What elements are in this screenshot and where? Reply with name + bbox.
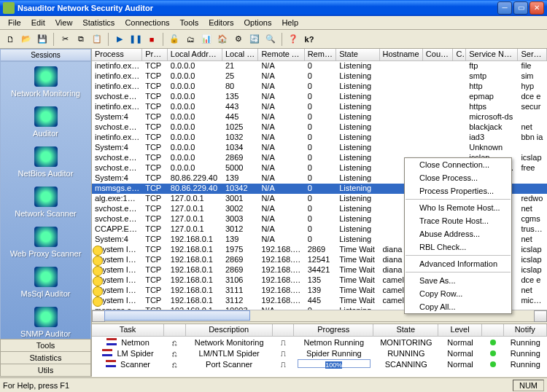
sidebar-item-web-proxy-scanner[interactable]: Web Proxy Scanner: [1, 222, 90, 262]
context-save-as[interactable]: Save As...: [405, 274, 511, 287]
context-abuse-address[interactable]: Abuse Address...: [405, 227, 511, 240]
paste-icon[interactable]: 📋: [90, 32, 104, 47]
open-icon[interactable]: 📂: [19, 32, 34, 47]
cell: svchost.exe:624: [92, 204, 142, 214]
column-header[interactable]: Remote Addr..: [258, 49, 304, 60]
table-row[interactable]: System:4TCP0.0.0.0445N/A0Listeningmicros…: [92, 112, 547, 122]
sidebar-tab-utils[interactable]: Utils: [0, 364, 91, 377]
context-rbl-check[interactable]: RBL Check...: [405, 240, 511, 254]
status-dot-icon: [490, 350, 496, 356]
tool5-icon[interactable]: ⚙: [231, 32, 246, 47]
menu-connections[interactable]: Connections: [120, 17, 174, 28]
menu-help[interactable]: Help: [276, 17, 303, 28]
task-column[interactable]: [273, 324, 295, 336]
cell: bbn ia: [518, 133, 547, 143]
menu-tools[interactable]: Tools: [175, 17, 204, 28]
task-column[interactable]: State: [373, 324, 438, 336]
column-header[interactable]: Local Address: [168, 49, 222, 60]
menu-view[interactable]: View: [50, 17, 78, 28]
column-header[interactable]: Remote...: [305, 49, 337, 60]
task-row[interactable]: Netmon⎌Network Monitoring⎍Netmon Running…: [92, 337, 547, 348]
sidebar-item-auditor[interactable]: Auditor: [1, 102, 90, 142]
cell: 127.0.0.1: [168, 224, 222, 235]
context-advanced-information[interactable]: Advanced Information: [405, 257, 511, 270]
column-header[interactable]: Servic.: [518, 49, 547, 60]
context-copy-all[interactable]: Copy All...: [405, 300, 511, 313]
table-row[interactable]: inetinfo.exe:1280TCP0.0.0.080N/A0Listeni…: [92, 82, 547, 92]
menu-statistics[interactable]: Statistics: [77, 17, 120, 28]
tool4-icon[interactable]: 🏠: [215, 32, 230, 47]
column-header[interactable]: Country: [423, 49, 454, 60]
copy-icon[interactable]: ⧉: [74, 32, 88, 47]
sidebar-item-mssql-auditor[interactable]: MsSql Auditor: [1, 262, 90, 302]
tool6-icon[interactable]: 🔄: [247, 32, 262, 47]
context-trace-route-host[interactable]: Trace Route Host...: [405, 214, 511, 227]
table-row[interactable]: inetinfo.exe:1280TCP0.0.0.025N/A0Listeni…: [92, 71, 547, 82]
context-who-is-remote-host[interactable]: Who Is Remote Host...: [405, 201, 511, 214]
task-row[interactable]: Scanner⎌Port Scanner⎍100%SCANNINGNormalR…: [92, 358, 547, 369]
task-column[interactable]: [482, 324, 504, 336]
task-column[interactable]: [164, 324, 186, 336]
pause-icon[interactable]: ❚❚: [128, 32, 143, 47]
menu-file[interactable]: File: [3, 17, 26, 28]
context-close-connection[interactable]: Close Connection...: [405, 158, 511, 171]
sidebar-item-label: MsSql Auditor: [21, 289, 71, 298]
new-icon[interactable]: 🗋: [3, 32, 18, 47]
tool2-icon[interactable]: 🗂: [183, 32, 198, 47]
tool1-icon[interactable]: 🔓: [167, 32, 182, 47]
column-header[interactable]: Proto..: [142, 49, 168, 60]
tool3-icon[interactable]: 📊: [199, 32, 214, 47]
save-icon[interactable]: 💾: [35, 32, 50, 47]
tool7-icon[interactable]: 🔍: [263, 32, 278, 47]
task-column[interactable]: Level: [438, 324, 481, 336]
menu-edit[interactable]: Edit: [26, 17, 50, 28]
cell: TCP: [142, 286, 168, 296]
table-row[interactable]: inetinfo.exe:1280TCP0.0.0.021N/A0Listeni…: [92, 61, 547, 71]
sidebar-tab-tools[interactable]: Tools: [0, 339, 91, 352]
maximize-button[interactable]: ▭: [513, 1, 528, 15]
table-row[interactable]: inetinfo.exe:1280TCP0.0.0.01032N/A0Liste…: [92, 133, 547, 143]
cut-icon[interactable]: ✂: [58, 32, 72, 47]
column-header[interactable]: Hostname: [380, 49, 423, 60]
cell: 34421: [305, 265, 337, 275]
sidebar-item-network-scanner[interactable]: Network Scanner: [1, 182, 90, 222]
about-icon[interactable]: k?: [302, 32, 317, 47]
cell: [453, 112, 466, 122]
sidebar-item-network-monitoring[interactable]: Network Monitoring: [1, 62, 90, 102]
sidebar-tab-statistics[interactable]: Statistics: [0, 351, 91, 364]
table-row[interactable]: svchost.exe:624TCP0.0.0.01025N/A0Listeni…: [92, 122, 547, 133]
table-row[interactable]: svchost.exe:588TCP0.0.0.0135N/A0Listenin…: [92, 92, 547, 102]
cell: 445: [222, 112, 258, 122]
stop-icon[interactable]: ■: [144, 32, 159, 47]
cell: 127.0.0.1: [168, 214, 222, 224]
context-process-properties[interactable]: Process Properties...: [405, 184, 511, 197]
sidebar-item-netbios-auditor[interactable]: NetBios Auditor: [1, 142, 90, 182]
column-header[interactable]: Local Port: [222, 49, 258, 60]
sidebar-item-snmp-auditor[interactable]: SNMP Auditor: [1, 302, 90, 340]
task-column[interactable]: Progress: [294, 324, 373, 336]
context-copy-row[interactable]: Copy Row...: [405, 287, 511, 300]
cell: Unknown: [466, 143, 518, 153]
cell: svchost.exe:756: [92, 153, 142, 163]
column-header[interactable]: Service Name: [466, 49, 518, 60]
task-column[interactable]: Task: [92, 324, 164, 336]
help-icon[interactable]: ❓: [286, 32, 300, 47]
cell: 3012: [222, 224, 258, 235]
play-icon[interactable]: ▶: [112, 32, 127, 47]
table-row[interactable]: System:4TCP0.0.0.01034N/A0ListeningUnkno…: [92, 143, 547, 153]
task-column[interactable]: Notify: [504, 324, 547, 336]
cell: trustec: [518, 224, 547, 235]
column-header[interactable]: Process: [92, 49, 142, 60]
minimize-button[interactable]: ─: [497, 1, 512, 15]
menu-editors[interactable]: Editors: [203, 17, 238, 28]
close-button[interactable]: ✕: [529, 1, 544, 15]
table-row[interactable]: inetinfo.exe:1280TCP0.0.0.0443N/A0Listen…: [92, 102, 547, 112]
cell: 0: [305, 82, 337, 92]
task-column[interactable]: Description: [186, 324, 273, 336]
cell: N/A: [258, 82, 304, 92]
column-header[interactable]: Cl..: [453, 49, 466, 60]
task-row[interactable]: LM Spider⎌LM/NTLM Spider⎍Spider RunningR…: [92, 348, 547, 358]
menu-options[interactable]: Options: [238, 17, 276, 28]
column-header[interactable]: State: [336, 49, 379, 60]
context-close-process[interactable]: Close Process...: [405, 171, 511, 184]
